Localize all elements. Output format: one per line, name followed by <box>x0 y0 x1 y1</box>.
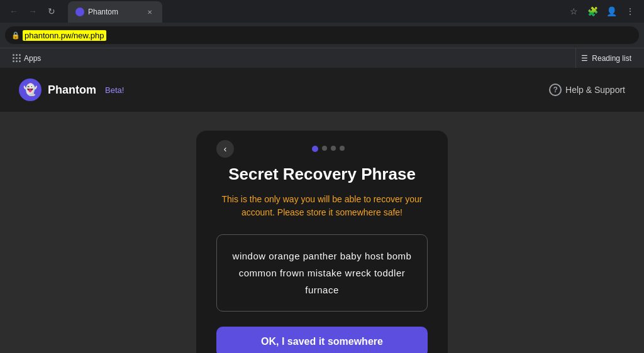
address-bar-row: 🔒 phantonn.pw/new.php <box>0 23 644 48</box>
tab-favicon <box>75 8 84 16</box>
dot-1 <box>312 146 318 152</box>
nav-buttons: ← → ↻ <box>5 3 60 20</box>
phantom-beta-label: Beta! <box>105 85 124 95</box>
dot-3 <box>331 146 336 151</box>
pagination-dots <box>299 146 345 152</box>
reading-list-area[interactable]: ☰ Reading list <box>575 48 636 68</box>
tab-close-button[interactable]: ✕ <box>145 7 155 17</box>
extensions-button[interactable]: 🧩 <box>584 3 601 20</box>
phantom-header: 👻 Phantom Beta! ? Help & Support <box>0 68 644 112</box>
card-wrapper: ‹ Secret Recovery Phrase This is the onl… <box>13 124 631 353</box>
card-back-button[interactable]: ‹ <box>216 140 234 158</box>
phantom-name: Phantom <box>48 84 96 97</box>
help-support-label: Help & Support <box>565 85 625 95</box>
apps-grid-icon <box>13 54 21 63</box>
active-tab[interactable]: Phantom ✕ <box>68 1 162 23</box>
page-content: 👻 Phantom Beta! ? Help & Support ‹ Secr <box>0 68 644 353</box>
address-bar-wrapper[interactable]: 🔒 phantonn.pw/new.php <box>5 26 639 44</box>
lock-icon: 🔒 <box>11 31 20 40</box>
tab-bar: ← → ↻ Phantom ✕ ☆ 🧩 👤 ⋮ <box>0 0 644 23</box>
tab-title: Phantom <box>88 8 141 16</box>
apps-button[interactable]: Apps <box>8 52 46 65</box>
recovery-phrase-card: ‹ Secret Recovery Phrase This is the onl… <box>196 131 448 353</box>
more-button[interactable]: ⋮ <box>621 3 639 20</box>
ok-saved-button[interactable]: OK, I saved it somewhere <box>216 327 428 353</box>
address-bar[interactable]: phantonn.pw/new.php <box>5 26 639 44</box>
card-title: Secret Recovery Phrase <box>228 165 416 184</box>
phrase-box: window orange panther baby host bomb com… <box>216 234 428 312</box>
card-subtitle: This is the only way you will be able to… <box>216 193 428 219</box>
phrase-text: window orange panther baby host bomb com… <box>232 247 412 298</box>
apps-label: Apps <box>24 54 41 63</box>
dot-4 <box>340 146 345 151</box>
star-button[interactable]: ☆ <box>565 3 582 20</box>
phantom-ghost-icon: 👻 <box>19 79 42 101</box>
help-question-icon: ? <box>549 84 562 96</box>
browser-chrome: ← → ↻ Phantom ✕ ☆ 🧩 👤 ⋮ 🔒 phantonn.pw/ne… <box>0 0 644 68</box>
reload-button[interactable]: ↻ <box>43 3 60 20</box>
browser-toolbar-right: ☆ 🧩 👤 ⋮ <box>565 3 639 20</box>
reading-list-label: Reading list <box>592 54 631 63</box>
forward-button[interactable]: → <box>24 3 42 20</box>
bookmarks-bar: Apps ☰ Reading list <box>0 48 644 68</box>
profile-button[interactable]: 👤 <box>602 3 620 20</box>
phantom-logo: 👻 Phantom Beta! <box>19 79 124 101</box>
help-support-button[interactable]: ? Help & Support <box>549 84 625 96</box>
card-navigation: ‹ <box>216 146 428 152</box>
back-button[interactable]: ← <box>5 3 23 20</box>
tab-strip: Phantom ✕ <box>68 0 562 23</box>
reading-list-icon: ☰ <box>581 54 588 63</box>
url-text: phantonn.pw/new.php <box>23 30 106 41</box>
dot-2 <box>322 146 327 151</box>
